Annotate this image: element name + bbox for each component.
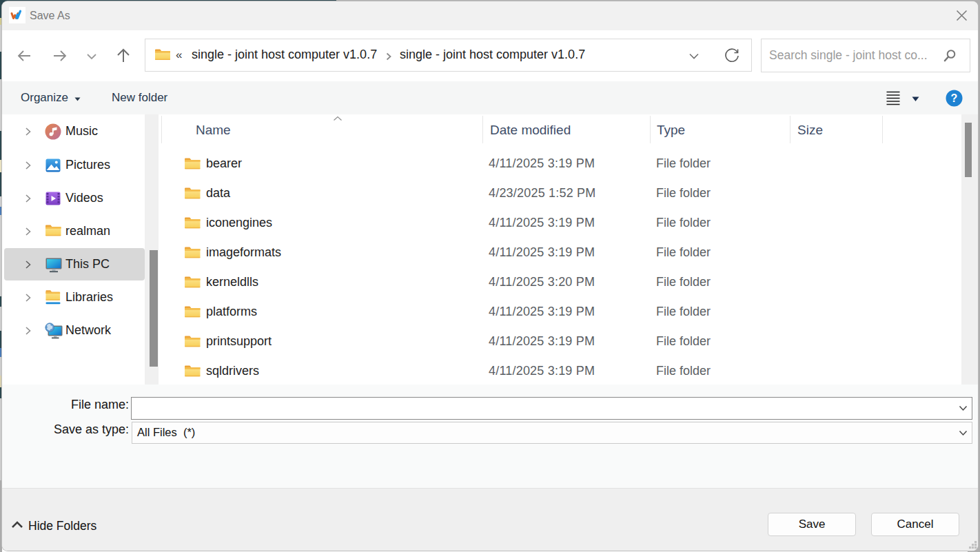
svg-text:?: ?: [951, 92, 958, 104]
